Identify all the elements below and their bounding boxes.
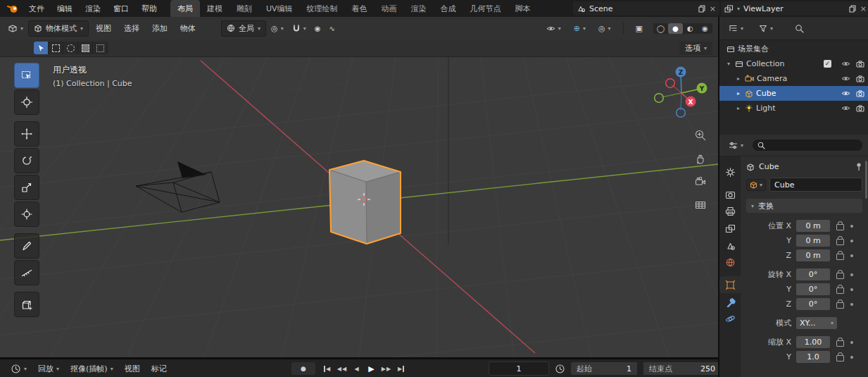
- visibility-dropdown[interactable]: ▾: [543, 23, 565, 34]
- location-x-field[interactable]: 0 m: [796, 220, 830, 232]
- xray-toggle[interactable]: ▣: [632, 22, 646, 35]
- outliner-display-dropdown[interactable]: ▾: [725, 22, 747, 35]
- pan-hand-icon[interactable]: [694, 152, 707, 165]
- outliner-row-scene-collection[interactable]: 场景集合: [719, 42, 868, 56]
- axis-x-negative-ball[interactable]: [666, 79, 675, 88]
- animate-dot-icon[interactable]: [850, 273, 853, 276]
- outliner-row-camera[interactable]: ▸ Camera: [719, 71, 868, 86]
- expand-arrow-icon[interactable]: ▸: [735, 105, 742, 111]
- animate-dot-icon[interactable]: [850, 341, 853, 344]
- pin-icon[interactable]: [855, 162, 862, 171]
- menu-window[interactable]: 窗口: [107, 1, 135, 17]
- new-viewlayer-icon[interactable]: [849, 5, 857, 13]
- object-name-field[interactable]: Cube: [769, 178, 862, 192]
- shading-solid-button[interactable]: ●: [668, 23, 683, 34]
- frame-end-field[interactable]: 结束点 250: [643, 362, 721, 375]
- viewport-3d[interactable]: 用户透视 (1) Collection | Cube: [0, 57, 718, 357]
- lock-icon[interactable]: [836, 288, 844, 294]
- lock-icon[interactable]: [836, 340, 844, 347]
- transform-tool[interactable]: [14, 202, 39, 227]
- show-overlays-dropdown[interactable]: ◎ ▾: [595, 22, 615, 35]
- pivot-point-dropdown[interactable]: ◎ ▾: [268, 22, 287, 35]
- workspace-tab-modeling[interactable]: 建模: [200, 0, 229, 17]
- options-dropdown[interactable]: 选项 ▾: [679, 42, 712, 55]
- remove-viewlayer-icon[interactable]: ×: [860, 5, 867, 13]
- outliner-row-cube[interactable]: ▸ Cube: [719, 86, 868, 101]
- workspace-tab-rendering[interactable]: 渲染: [404, 0, 434, 17]
- measure-tool[interactable]: [14, 260, 39, 285]
- eye-icon[interactable]: [841, 75, 850, 82]
- scale-y-field[interactable]: 1.0: [796, 351, 830, 363]
- expand-arrow-icon[interactable]: ▸: [735, 75, 742, 82]
- object-properties-tab[interactable]: [719, 276, 741, 293]
- frame-start-field[interactable]: 起始 1: [571, 362, 637, 375]
- collapse-arrow-icon[interactable]: ▾: [725, 61, 732, 67]
- animate-dot-icon[interactable]: [850, 288, 853, 291]
- eye-icon[interactable]: [841, 105, 850, 111]
- navigation-gizmo[interactable]: Z Y X: [650, 64, 709, 122]
- object-type-dropdown[interactable]: ▾: [746, 179, 766, 191]
- rotation-z-field[interactable]: 0°: [796, 298, 830, 310]
- workspace-tab-geometry-nodes[interactable]: 几何节点: [463, 0, 508, 17]
- rotation-y-field[interactable]: 0°: [796, 283, 830, 295]
- animate-dot-icon[interactable]: [850, 225, 853, 228]
- eye-icon[interactable]: [841, 90, 850, 97]
- physics-properties-tab[interactable]: [719, 310, 741, 327]
- workspace-tab-layout[interactable]: 布局: [170, 0, 200, 17]
- jump-to-end-button[interactable]: ▶: [395, 363, 407, 374]
- jump-to-start-button[interactable]: ◀: [321, 363, 333, 374]
- rotate-tool[interactable]: [14, 148, 39, 173]
- outliner-row-collection[interactable]: ▾ Collection ✓: [719, 56, 868, 71]
- render-visibility-icon[interactable]: [856, 105, 864, 112]
- use-preview-range-icon[interactable]: [555, 364, 565, 374]
- select-box-tool[interactable]: [14, 63, 39, 88]
- select-mode-subtract-button[interactable]: [63, 42, 78, 54]
- editor-type-dropdown[interactable]: ▾: [4, 22, 27, 35]
- menu-edit[interactable]: 编辑: [51, 1, 79, 17]
- world-properties-tab[interactable]: [719, 254, 741, 271]
- lock-icon[interactable]: [836, 254, 844, 260]
- axis-z-negative-ball[interactable]: [677, 109, 686, 118]
- axis-y-negative-ball[interactable]: [655, 94, 664, 103]
- location-y-field[interactable]: 0 m: [796, 235, 830, 247]
- render-visibility-icon[interactable]: [856, 61, 864, 68]
- mode-dropdown[interactable]: 物体模式 ▾: [28, 20, 89, 37]
- output-properties-tab[interactable]: [719, 203, 741, 220]
- current-frame-field[interactable]: 1: [489, 361, 549, 376]
- select-mode-extend-button[interactable]: [49, 42, 63, 54]
- render-properties-tab[interactable]: [719, 186, 741, 203]
- select-mode-set-button[interactable]: [34, 42, 49, 54]
- workspace-tab-scripting[interactable]: 脚本: [508, 0, 538, 17]
- view-menu[interactable]: 视图: [120, 361, 145, 376]
- previous-keyframe-button[interactable]: ◀◀: [336, 363, 348, 374]
- playback-menu[interactable]: 回放▾: [33, 361, 64, 376]
- outliner-search-icon[interactable]: [795, 24, 804, 33]
- workspace-tab-sculpting[interactable]: 雕刻: [229, 0, 259, 17]
- modifier-properties-tab[interactable]: [719, 293, 741, 310]
- zoom-icon[interactable]: [694, 129, 707, 142]
- shading-rendered-button[interactable]: ◉: [698, 23, 712, 34]
- select-mode-invert-button[interactable]: [78, 42, 93, 54]
- transform-orientation-dropdown[interactable]: 全局 ▾: [221, 20, 266, 37]
- camera-view-icon[interactable]: [694, 175, 707, 188]
- animate-dot-icon[interactable]: [850, 303, 853, 306]
- viewlayer-dropdown-icon[interactable]: ▾: [737, 6, 740, 12]
- marker-menu[interactable]: 标记: [146, 361, 172, 376]
- menu-add[interactable]: 添加: [146, 20, 173, 37]
- menu-render[interactable]: 渲染: [79, 1, 107, 17]
- auto-keyframe-record-button[interactable]: ●: [291, 362, 315, 375]
- new-scene-icon[interactable]: [698, 5, 706, 13]
- lock-icon[interactable]: [836, 355, 844, 361]
- cursor-tool[interactable]: [14, 89, 39, 115]
- lock-icon[interactable]: [836, 239, 844, 245]
- scale-tool[interactable]: [14, 175, 39, 200]
- outliner-filter-dropdown[interactable]: ▾: [755, 23, 776, 35]
- workspace-tab-shading[interactable]: 着色: [345, 0, 375, 17]
- rotation-mode-dropdown[interactable]: XY...▾: [796, 317, 837, 329]
- menu-view[interactable]: 视图: [90, 20, 117, 37]
- snap-dropdown[interactable]: ▾: [289, 22, 310, 35]
- expand-arrow-icon[interactable]: ▸: [735, 90, 742, 97]
- editor-divider[interactable]: [718, 17, 719, 377]
- properties-display-dropdown[interactable]: ▾: [725, 140, 747, 152]
- eye-icon[interactable]: [841, 61, 850, 67]
